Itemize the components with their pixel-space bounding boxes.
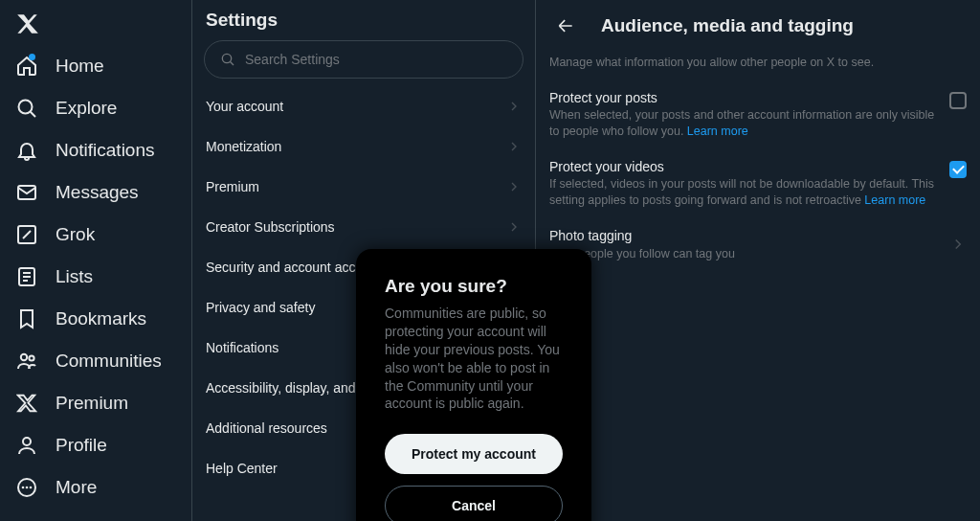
nav-label: Lists [56,266,93,287]
settings-item-label: Additional resources [206,420,327,436]
nav-more[interactable]: More [4,467,186,508]
nav-label: Profile [56,435,107,456]
modal-cancel-button[interactable]: Cancel [385,486,563,521]
svg-point-6 [23,438,31,445]
back-button[interactable] [549,10,582,42]
nav-premium[interactable]: Premium [4,383,186,423]
nav-grok[interactable]: Grok [4,215,186,255]
settings-item-label: Help Center [206,461,278,476]
settings-search-input[interactable] [245,52,507,67]
settings-item-label: Creator Subscriptions [206,219,335,235]
x-logo[interactable] [4,4,52,44]
option-protect-videos: Protect your videos If selected, videos … [549,153,967,222]
detail-column: Audience, media and tagging Manage what … [536,0,980,521]
lists-icon [15,265,38,288]
bookmark-icon [15,307,38,330]
option-title: Protect your videos [549,159,938,176]
nav-label: Grok [56,224,95,245]
modal-body: Communities are public, so protecting yo… [385,305,563,434]
option-desc: If selected, videos in your posts will n… [549,176,938,209]
nav-label: Communities [56,351,162,372]
nav-label: Messages [56,182,139,203]
svg-point-5 [29,355,33,360]
settings-item-monetization[interactable]: Monetization [192,126,535,167]
settings-search[interactable] [204,40,523,79]
protect-posts-checkbox[interactable] [949,92,967,109]
nav-messages[interactable]: Messages [4,172,186,213]
chevron-right-icon [949,236,967,253]
option-title: Photo tagging [549,228,938,245]
learn-more-link[interactable]: Learn more [864,193,925,207]
svg-point-0 [19,101,33,114]
nav-label: Notifications [56,140,155,161]
chevron-right-icon [506,139,522,154]
settings-item-label: Security and account access [206,260,376,275]
svg-point-9 [26,487,29,489]
option-protect-posts: Protect your posts When selected, your p… [549,84,967,153]
settings-item-label: Monetization [206,139,281,154]
modal-confirm-button[interactable]: Protect my account [385,434,563,474]
svg-point-4 [21,354,27,360]
settings-item-creator-subs[interactable]: Creator Subscriptions [192,207,535,247]
profile-icon [15,434,38,457]
confirm-modal: Are you sure? Communities are public, so… [356,249,591,521]
nav-explore[interactable]: Explore [4,88,186,128]
x-logo-icon [15,11,40,36]
svg-point-11 [222,54,231,62]
nav-profile[interactable]: Profile [4,425,186,465]
nav-home[interactable]: Home [4,46,186,86]
nav-label: Home [56,56,104,77]
detail-title: Audience, media and tagging [601,15,854,36]
search-icon [15,97,38,120]
more-icon [15,476,38,499]
settings-item-premium[interactable]: Premium [192,167,535,207]
grok-icon [15,223,38,246]
premium-icon [15,392,38,415]
option-desc: When selected, your posts and other acco… [549,107,938,140]
nav-communities[interactable]: Communities [4,341,186,381]
settings-item-label: Premium [206,179,259,194]
nav-bookmarks[interactable]: Bookmarks [4,299,186,339]
primary-nav: Home Explore Notifications Messages Grok… [0,0,191,521]
nav-label: Premium [56,393,128,414]
modal-title: Are you sure? [385,276,563,305]
settings-title: Settings [192,10,535,40]
detail-subtitle: Manage what information you allow other … [549,50,967,84]
settings-item-label: Notifications [206,340,278,355]
learn-more-link[interactable]: Learn more [687,125,748,138]
search-icon [220,52,235,67]
arrow-left-icon [556,16,575,35]
chevron-right-icon [506,99,522,114]
option-photo-tagging[interactable]: Photo tagging Only people you follow can… [549,222,967,276]
protect-videos-checkbox[interactable] [949,161,967,178]
nav-notifications[interactable]: Notifications [4,130,186,170]
option-desc: Only people you follow can tag you [549,245,938,262]
option-title: Protect your posts [549,90,938,107]
envelope-icon [15,181,38,204]
notification-dot-icon [29,54,35,60]
chevron-right-icon [506,179,522,194]
nav-lists[interactable]: Lists [4,257,186,297]
settings-item-label: Privacy and safety [206,300,315,315]
svg-point-10 [30,487,33,489]
svg-point-8 [22,487,25,489]
nav-label: More [56,477,97,498]
nav-label: Bookmarks [56,308,146,329]
nav-label: Explore [56,98,117,119]
chevron-right-icon [506,219,522,235]
settings-item-label: Your account [206,99,283,114]
bell-icon [15,139,38,162]
settings-item-your-account[interactable]: Your account [192,86,535,126]
communities-icon [15,350,38,373]
